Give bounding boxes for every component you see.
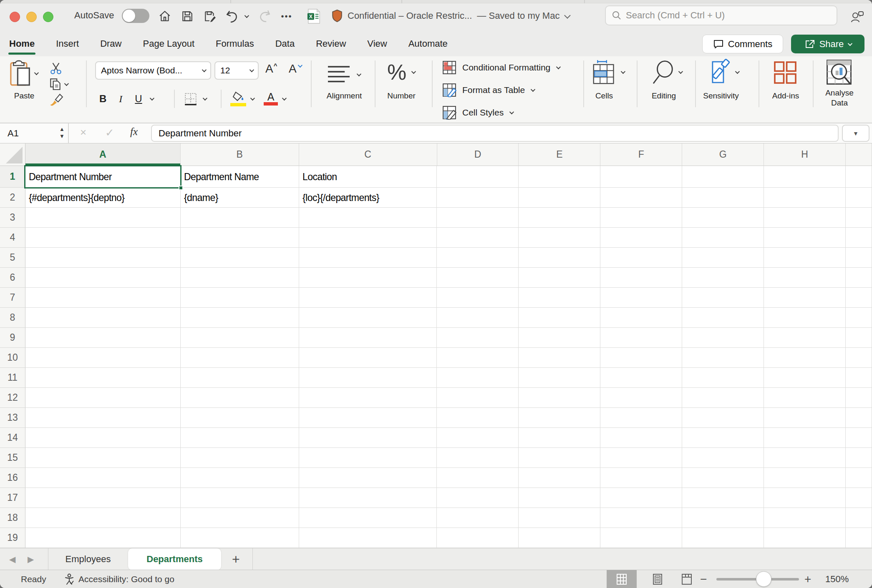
cell-E3[interactable]: [519, 208, 600, 228]
column-header-G[interactable]: G: [682, 143, 764, 166]
cell-styles-button[interactable]: Cell Styles: [442, 103, 513, 122]
sheet-tab-employees[interactable]: Employees: [48, 548, 128, 570]
cell-partial[interactable]: [846, 348, 872, 368]
cell-C6[interactable]: [299, 268, 437, 288]
column-header-A[interactable]: A: [25, 143, 181, 166]
borders-icon[interactable]: [184, 92, 198, 106]
cell-H7[interactable]: [764, 288, 846, 308]
cell-partial[interactable]: [846, 308, 872, 328]
row-header-9[interactable]: 9: [0, 328, 25, 348]
document-title[interactable]: Confidential – Oracle Restric...: [348, 10, 472, 21]
cancel-entry-icon[interactable]: ×: [80, 126, 86, 139]
cell-D5[interactable]: [437, 248, 519, 268]
close-window-button[interactable]: [10, 12, 20, 22]
cell-B16[interactable]: [181, 468, 299, 488]
cell-G6[interactable]: [682, 268, 764, 288]
cell-A5[interactable]: [25, 248, 181, 268]
cell-E14[interactable]: [519, 428, 600, 448]
tab-draw[interactable]: Draw: [99, 31, 122, 56]
zoom-window-button[interactable]: [43, 12, 53, 22]
cell-G17[interactable]: [682, 488, 764, 508]
copy-menu-chevron[interactable]: [64, 81, 69, 86]
cell-A1[interactable]: Department Number: [25, 166, 181, 188]
cell-B9[interactable]: [181, 328, 299, 348]
cell-partial[interactable]: [846, 208, 872, 228]
cell-A4[interactable]: [25, 228, 181, 248]
page-layout-view-button[interactable]: [645, 570, 670, 588]
accessibility-status[interactable]: Accessibility: Good to go: [63, 570, 174, 588]
cell-partial[interactable]: [846, 188, 872, 208]
cell-D6[interactable]: [437, 268, 519, 288]
normal-view-button[interactable]: [607, 570, 637, 588]
row-header-12[interactable]: 12: [0, 388, 25, 408]
presence-people-icon[interactable]: [848, 8, 866, 25]
home-icon[interactable]: [158, 9, 172, 23]
share-button[interactable]: Share: [791, 35, 864, 53]
cell-C19[interactable]: [299, 528, 437, 548]
undo-menu-chevron[interactable]: [242, 9, 250, 23]
row-header-17[interactable]: 17: [0, 488, 25, 508]
row-header-16[interactable]: 16: [0, 468, 25, 488]
cell-F5[interactable]: [600, 248, 682, 268]
cell-C7[interactable]: [299, 288, 437, 308]
comments-button[interactable]: Comments: [702, 35, 783, 53]
save-as-icon[interactable]: [203, 9, 217, 23]
underline-menu-chevron[interactable]: [149, 96, 154, 101]
cell-B7[interactable]: [181, 288, 299, 308]
cell-D11[interactable]: [437, 368, 519, 388]
title-menu-chevron[interactable]: [565, 12, 571, 19]
column-header-C[interactable]: C: [299, 143, 437, 166]
font-color-chevron[interactable]: [282, 96, 287, 101]
cell-G15[interactable]: [682, 448, 764, 468]
italic-button[interactable]: I: [119, 93, 122, 105]
cell-E11[interactable]: [519, 368, 600, 388]
cell-A15[interactable]: [25, 448, 181, 468]
tab-formulas[interactable]: Formulas: [215, 31, 255, 56]
select-all-corner[interactable]: [0, 143, 25, 166]
cell-G2[interactable]: [682, 188, 764, 208]
column-header-H[interactable]: H: [764, 143, 846, 166]
zoom-in-button[interactable]: +: [804, 570, 811, 588]
cell-E4[interactable]: [519, 228, 600, 248]
cell-B11[interactable]: [181, 368, 299, 388]
addins-button[interactable]: [772, 60, 798, 85]
sheet-tab-departments[interactable]: Departments: [128, 548, 221, 570]
cell-partial[interactable]: [846, 528, 872, 548]
cell-B1[interactable]: Department Name: [181, 166, 299, 188]
paste-menu-chevron[interactable]: [34, 70, 39, 75]
cell-D1[interactable]: [437, 166, 519, 188]
insert-function-icon[interactable]: fx: [130, 126, 138, 138]
cell-G8[interactable]: [682, 308, 764, 328]
cell-E9[interactable]: [519, 328, 600, 348]
cell-A16[interactable]: [25, 468, 181, 488]
cell-C5[interactable]: [299, 248, 437, 268]
cell-D12[interactable]: [437, 388, 519, 408]
cell-F7[interactable]: [600, 288, 682, 308]
cell-C9[interactable]: [299, 328, 437, 348]
cell-G10[interactable]: [682, 348, 764, 368]
cell-C8[interactable]: [299, 308, 437, 328]
analyse-data-button[interactable]: [826, 59, 852, 85]
cell-G13[interactable]: [682, 408, 764, 428]
font-size-dropdown[interactable]: 12: [214, 61, 259, 80]
paste-button[interactable]: [9, 59, 41, 88]
cell-E5[interactable]: [519, 248, 600, 268]
cell-E19[interactable]: [519, 528, 600, 548]
cell-D14[interactable]: [437, 428, 519, 448]
cell-F16[interactable]: [600, 468, 682, 488]
cell-A3[interactable]: [25, 208, 181, 228]
next-sheet-button[interactable]: ▶: [28, 548, 34, 570]
increase-font-button[interactable]: A^: [265, 62, 273, 75]
row-header-4[interactable]: 4: [0, 228, 25, 248]
tab-insert[interactable]: Insert: [55, 31, 80, 56]
cell-B5[interactable]: [181, 248, 299, 268]
cell-A8[interactable]: [25, 308, 181, 328]
cell-F12[interactable]: [600, 388, 682, 408]
column-header-D[interactable]: D: [437, 143, 519, 166]
row-header-10[interactable]: 10: [0, 348, 25, 368]
cell-F13[interactable]: [600, 408, 682, 428]
cell-H5[interactable]: [764, 248, 846, 268]
cell-partial[interactable]: [846, 388, 872, 408]
row-header-7[interactable]: 7: [0, 288, 25, 308]
minimize-window-button[interactable]: [26, 12, 37, 22]
